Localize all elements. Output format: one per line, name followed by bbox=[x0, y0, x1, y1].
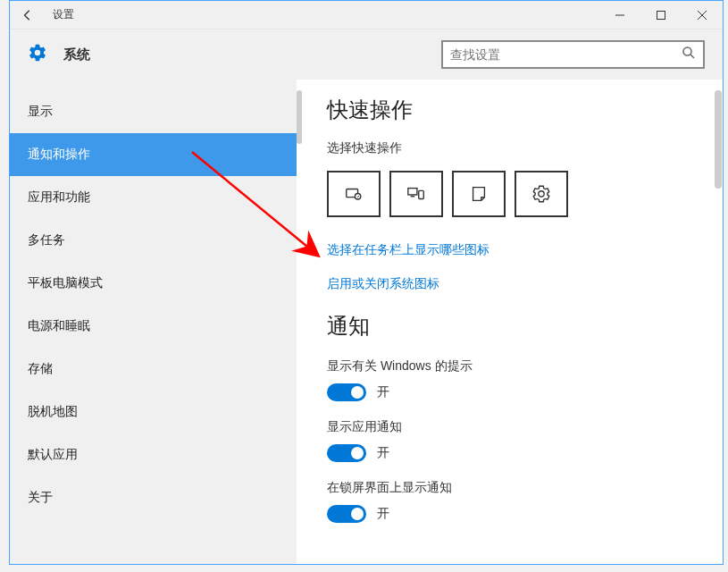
quick-actions-title: 快速操作 bbox=[327, 96, 698, 124]
svg-rect-7 bbox=[419, 190, 424, 198]
notifications-section: 通知 显示有关 Windows 的提示 开 显示应用通知 开 bbox=[327, 312, 698, 523]
back-button[interactable] bbox=[10, 1, 46, 29]
quick-actions-grid bbox=[327, 171, 698, 217]
qa-tile-tablet-mode[interactable] bbox=[327, 171, 381, 217]
tablet-mode-icon bbox=[344, 184, 364, 204]
sidebar-item-label: 默认应用 bbox=[28, 447, 78, 463]
sidebar-item-label: 平板电脑模式 bbox=[28, 275, 103, 291]
setting-app-notifications: 显示应用通知 开 bbox=[327, 419, 698, 462]
note-icon bbox=[469, 184, 489, 204]
sidebar-item-offline-maps[interactable]: 脱机地图 bbox=[10, 391, 297, 433]
titlebar: 设置 bbox=[10, 1, 723, 29]
toggle-state: 开 bbox=[377, 506, 389, 522]
toggle-state: 开 bbox=[377, 445, 389, 461]
sidebar-item-apps[interactable]: 应用和功能 bbox=[10, 176, 297, 219]
close-icon bbox=[698, 11, 707, 20]
qa-tile-all-settings[interactable] bbox=[515, 171, 568, 217]
window-title: 设置 bbox=[53, 7, 599, 22]
back-arrow-icon bbox=[21, 9, 34, 21]
qa-tile-note[interactable] bbox=[452, 171, 506, 217]
sidebar-item-label: 通知和操作 bbox=[28, 147, 90, 163]
sidebar-item-tablet[interactable]: 平板电脑模式 bbox=[10, 262, 297, 305]
link-taskbar-icons[interactable]: 选择在任务栏上显示哪些图标 bbox=[327, 242, 698, 258]
sidebar-item-label: 多任务 bbox=[28, 232, 65, 248]
main-content: 快速操作 选择快速操作 选择在任务栏上显示哪些图标 启用或关闭系统图标 bbox=[302, 80, 723, 564]
settings-window: 设置 系统 显示 通知和操作 应用和功能 多任务 平板电脑模式 电源和睡眠 bbox=[9, 0, 724, 565]
notifications-title: 通知 bbox=[327, 312, 698, 341]
header: 系统 bbox=[10, 29, 723, 80]
minimize-button[interactable] bbox=[599, 1, 640, 29]
search-input[interactable] bbox=[450, 47, 682, 62]
maximize-button[interactable] bbox=[640, 1, 682, 29]
search-icon bbox=[682, 46, 696, 63]
setting-label: 在锁屏界面上显示通知 bbox=[327, 480, 698, 496]
maximize-icon bbox=[657, 11, 665, 20]
sidebar: 显示 通知和操作 应用和功能 多任务 平板电脑模式 电源和睡眠 存储 脱机地图 … bbox=[10, 80, 297, 564]
setting-lockscreen-notifications: 在锁屏界面上显示通知 开 bbox=[327, 480, 698, 523]
toggle-lockscreen-notifications[interactable] bbox=[327, 505, 366, 523]
body: 显示 通知和操作 应用和功能 多任务 平板电脑模式 电源和睡眠 存储 脱机地图 … bbox=[10, 80, 723, 564]
minimize-icon bbox=[615, 11, 624, 20]
link-system-icons[interactable]: 启用或关闭系统图标 bbox=[327, 276, 698, 292]
toggle-app-notifications[interactable] bbox=[327, 444, 366, 462]
gear-icon bbox=[28, 43, 47, 66]
sidebar-item-power[interactable]: 电源和睡眠 bbox=[10, 305, 297, 348]
sidebar-item-display[interactable]: 显示 bbox=[10, 90, 297, 133]
sidebar-item-multitasking[interactable]: 多任务 bbox=[10, 219, 297, 262]
setting-label: 显示应用通知 bbox=[327, 419, 698, 435]
svg-point-2 bbox=[683, 47, 691, 55]
sidebar-item-about[interactable]: 关于 bbox=[10, 476, 297, 519]
sidebar-item-label: 应用和功能 bbox=[28, 189, 90, 206]
window-controls bbox=[599, 1, 723, 29]
sidebar-item-notifications[interactable]: 通知和操作 bbox=[10, 133, 297, 176]
header-category: 系统 bbox=[63, 46, 425, 63]
sidebar-item-default-apps[interactable]: 默认应用 bbox=[10, 433, 297, 476]
sidebar-item-storage[interactable]: 存储 bbox=[10, 348, 297, 391]
svg-point-5 bbox=[355, 194, 360, 199]
quick-actions-subtitle: 选择快速操作 bbox=[327, 140, 698, 156]
svg-line-3 bbox=[690, 55, 694, 58]
setting-label: 显示有关 Windows 的提示 bbox=[327, 358, 698, 374]
connect-icon bbox=[406, 184, 426, 204]
svg-rect-1 bbox=[657, 11, 665, 19]
toggle-state: 开 bbox=[377, 384, 389, 400]
sidebar-item-label: 存储 bbox=[28, 361, 53, 377]
svg-rect-6 bbox=[408, 189, 417, 195]
toggle-windows-tips[interactable] bbox=[327, 383, 366, 401]
close-button[interactable] bbox=[682, 1, 723, 29]
search-box[interactable] bbox=[441, 40, 705, 69]
sidebar-item-label: 显示 bbox=[28, 104, 53, 120]
sidebar-item-label: 电源和睡眠 bbox=[28, 318, 90, 334]
qa-tile-connect[interactable] bbox=[389, 171, 443, 217]
setting-windows-tips: 显示有关 Windows 的提示 开 bbox=[327, 358, 698, 401]
all-settings-icon bbox=[531, 184, 551, 204]
content-scrollbar[interactable] bbox=[714, 80, 723, 564]
sidebar-item-label: 脱机地图 bbox=[28, 404, 78, 420]
sidebar-item-label: 关于 bbox=[28, 490, 53, 506]
